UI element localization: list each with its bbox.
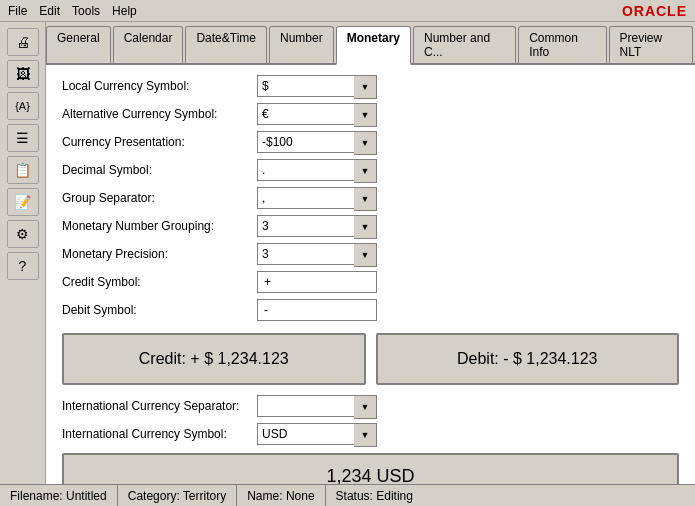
main-container: 🖨 🖼 {A} ☰ 📋 📝 ⚙ ? General Calendar Date&… [0, 22, 695, 484]
intl-separator-select[interactable] [257, 395, 377, 417]
status-bar: Filename: Untitled Category: Territory N… [0, 484, 695, 506]
tab-monetary[interactable]: Monetary [336, 26, 411, 65]
sidebar-icon-print[interactable]: 🖨 [7, 28, 39, 56]
tab-number[interactable]: Number [269, 26, 334, 63]
status-category: Category: Territory [118, 485, 237, 506]
sidebar-icon-code[interactable]: {A} [7, 92, 39, 120]
menu-help[interactable]: Help [112, 4, 137, 18]
credit-symbol-input[interactable] [257, 271, 377, 293]
debit-symbol-input[interactable] [257, 299, 377, 321]
debit-preview-box: Debit: - $ 1,234.123 [376, 333, 680, 385]
alt-currency-row: Alternative Currency Symbol: € [62, 103, 679, 125]
sidebar-icon-clipboard[interactable]: 📋 [7, 156, 39, 184]
menu-tools[interactable]: Tools [72, 4, 100, 18]
status-name: Name: None [237, 485, 325, 506]
debit-symbol-label: Debit Symbol: [62, 303, 257, 317]
intl-symbol-select-wrapper: USD [257, 423, 377, 445]
monetary-precision-label: Monetary Precision: [62, 247, 257, 261]
monetary-number-grouping-row: Monetary Number Grouping: 3 [62, 215, 679, 237]
tab-bar: General Calendar Date&Time Number Moneta… [46, 22, 695, 65]
intl-symbol-row: International Currency Symbol: USD [62, 423, 679, 445]
menu-file[interactable]: File [8, 4, 27, 18]
monetary-number-grouping-select-wrapper: 3 [257, 215, 377, 237]
monetary-number-grouping-select[interactable]: 3 [257, 215, 377, 237]
debit-symbol-row: Debit Symbol: [62, 299, 679, 321]
currency-presentation-select-wrapper: -$100 [257, 131, 377, 153]
intl-symbol-select[interactable]: USD [257, 423, 377, 445]
tab-number-and-c[interactable]: Number and C... [413, 26, 516, 63]
oracle-logo: ORACLE [622, 3, 687, 19]
currency-presentation-row: Currency Presentation: -$100 [62, 131, 679, 153]
monetary-number-grouping-label: Monetary Number Grouping: [62, 219, 257, 233]
monetary-precision-select-wrapper: 3 [257, 243, 377, 265]
group-separator-row: Group Separator: , [62, 187, 679, 209]
status-editing: Status: Editing [326, 485, 423, 506]
credit-symbol-label: Credit Symbol: [62, 275, 257, 289]
sidebar-icon-help[interactable]: ? [7, 252, 39, 280]
intl-separator-select-wrapper [257, 395, 377, 417]
group-separator-select-wrapper: , [257, 187, 377, 209]
tab-datetime[interactable]: Date&Time [185, 26, 267, 63]
decimal-symbol-select[interactable]: . [257, 159, 377, 181]
sidebar-icon-list[interactable]: ☰ [7, 124, 39, 152]
monetary-precision-select[interactable]: 3 [257, 243, 377, 265]
monetary-precision-row: Monetary Precision: 3 [62, 243, 679, 265]
local-currency-select-wrapper: $ [257, 75, 377, 97]
preview-row: Credit: + $ 1,234.123 Debit: - $ 1,234.1… [62, 333, 679, 385]
tab-preview-nlt[interactable]: Preview NLT [609, 26, 693, 63]
tab-common-info[interactable]: Common Info [518, 26, 606, 63]
menu-bar: File Edit Tools Help ORACLE [0, 0, 695, 22]
form-area: Local Currency Symbol: $ Alternative Cur… [46, 65, 695, 484]
content-area: General Calendar Date&Time Number Moneta… [46, 22, 695, 484]
menu-edit[interactable]: Edit [39, 4, 60, 18]
local-currency-label: Local Currency Symbol: [62, 79, 257, 93]
credit-symbol-row: Credit Symbol: [62, 271, 679, 293]
menu-items: File Edit Tools Help [8, 4, 137, 18]
decimal-symbol-row: Decimal Symbol: . [62, 159, 679, 181]
final-preview-box: 1,234 USD [62, 453, 679, 484]
intl-separator-row: International Currency Separator: [62, 395, 679, 417]
decimal-symbol-label: Decimal Symbol: [62, 163, 257, 177]
tab-general[interactable]: General [46, 26, 111, 63]
local-currency-select[interactable]: $ [257, 75, 377, 97]
status-filename: Filename: Untitled [0, 485, 118, 506]
group-separator-label: Group Separator: [62, 191, 257, 205]
credit-preview-box: Credit: + $ 1,234.123 [62, 333, 366, 385]
intl-separator-label: International Currency Separator: [62, 399, 257, 413]
sidebar-icon-edit[interactable]: 📝 [7, 188, 39, 216]
tab-calendar[interactable]: Calendar [113, 26, 184, 63]
currency-presentation-select[interactable]: -$100 [257, 131, 377, 153]
alt-currency-select[interactable]: € [257, 103, 377, 125]
sidebar-icon-settings[interactable]: ⚙ [7, 220, 39, 248]
sidebar: 🖨 🖼 {A} ☰ 📋 📝 ⚙ ? [0, 22, 46, 484]
local-currency-row: Local Currency Symbol: $ [62, 75, 679, 97]
decimal-symbol-select-wrapper: . [257, 159, 377, 181]
alt-currency-select-wrapper: € [257, 103, 377, 125]
alt-currency-label: Alternative Currency Symbol: [62, 107, 257, 121]
sidebar-icon-image[interactable]: 🖼 [7, 60, 39, 88]
currency-presentation-label: Currency Presentation: [62, 135, 257, 149]
intl-symbol-label: International Currency Symbol: [62, 427, 257, 441]
group-separator-select[interactable]: , [257, 187, 377, 209]
